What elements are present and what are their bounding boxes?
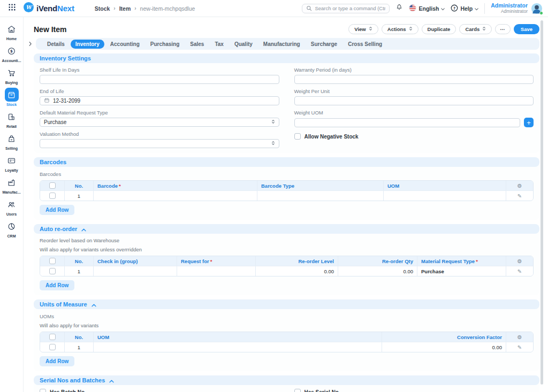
header-cell-material-request-type: Material Request Type* <box>417 256 506 266</box>
brand-logo-icon: W <box>24 2 34 14</box>
sidebar-item-buying[interactable]: Buying <box>0 66 24 84</box>
select-all-checkbox[interactable] <box>49 182 56 189</box>
row-edit-icon[interactable]: ✎ <box>517 344 522 350</box>
header-cell-reorder-qty: Re-order Qty <box>338 256 417 266</box>
row-checkbox[interactable] <box>49 268 56 274</box>
tab-purchasing[interactable]: Purchasing <box>146 40 184 49</box>
shelf-life-input[interactable] <box>40 75 279 84</box>
add-weight-uom-button[interactable]: + <box>524 118 534 127</box>
more-menu-button[interactable]: ⋯ <box>495 24 511 34</box>
app-grid-button[interactable] <box>0 3 24 13</box>
allow-negative-stock-checkbox[interactable]: Allow Negative Stock <box>294 133 534 140</box>
barcodes-field-label: Barcodes <box>40 171 534 177</box>
chevron-down-icon <box>441 5 445 12</box>
row-edit-icon[interactable]: ✎ <box>517 193 522 199</box>
header-cell-no: No. <box>65 332 94 342</box>
weight-per-unit-input[interactable] <box>294 96 534 105</box>
table-settings-gear-icon[interactable]: ⚙ <box>517 258 522 264</box>
default-material-request-type-select[interactable]: Purchase <box>40 118 279 127</box>
row-edit-icon[interactable]: ✎ <box>517 268 522 274</box>
tab-manufacturing[interactable]: Manufacturing <box>258 40 305 49</box>
warranty-period-label: Warranty Period (in days) <box>294 67 534 73</box>
select-all-checkbox[interactable] <box>49 258 56 264</box>
cell-barcode[interactable] <box>94 191 257 201</box>
header-cell-barcode: Barcode* <box>94 181 257 190</box>
section-serial-nos-batches: Serial Nos and Batches Has Batch No <box>34 375 539 392</box>
language-selector[interactable]: English <box>409 4 445 13</box>
has-serial-no-checkbox[interactable]: Has Serial No <box>294 389 534 392</box>
section-header-serial-nos-batches[interactable]: Serial Nos and Batches <box>34 375 539 385</box>
has-batch-no-checkbox[interactable]: Has Batch No <box>40 389 279 392</box>
breadcrumb-item-stock[interactable]: Stock <box>95 5 110 12</box>
section-units-of-measure: Units of Measure UOMs Will also apply fo… <box>34 299 539 371</box>
cell-uom[interactable] <box>384 191 506 201</box>
help-menu[interactable]: ? Help <box>451 4 478 13</box>
sidebar-item-crm[interactable]: CRM <box>0 219 24 238</box>
table-settings-gear-icon[interactable]: ⚙ <box>517 183 522 189</box>
search-input[interactable] <box>315 5 385 11</box>
tab-quality[interactable]: Quality <box>230 40 257 49</box>
table-settings-gear-icon[interactable]: ⚙ <box>517 334 522 340</box>
vertical-scrollbar[interactable] <box>541 20 543 385</box>
cell-reorder-qty[interactable]: 0.00 <box>338 266 417 276</box>
tab-sales[interactable]: Sales <box>185 40 209 49</box>
row-checkbox[interactable] <box>49 193 56 199</box>
sidebar-item-stock[interactable]: Stock <box>0 88 24 106</box>
uoms-add-row-button[interactable]: Add Row <box>40 356 74 366</box>
auto-reorder-table: No. Check in (group) Request for* Re-ord… <box>40 256 534 276</box>
section-header-units-of-measure[interactable]: Units of Measure <box>34 299 539 309</box>
header-cell-reorder-level: Re-order Level <box>256 256 338 266</box>
actions-button[interactable]: Actions <box>382 24 418 34</box>
buying-cart-icon <box>5 66 19 80</box>
sidebar-item-loyalty[interactable]: Loyalty <box>0 153 24 172</box>
main-content: New Item View Actions Duplicate Cards <box>24 17 548 392</box>
auto-reorder-add-row-button[interactable]: Add Row <box>40 280 74 290</box>
tab-details[interactable]: Details <box>42 40 70 49</box>
cell-barcode-type[interactable] <box>257 191 384 201</box>
header-cell-uom: UOM <box>384 181 506 190</box>
crm-pie-icon <box>5 219 19 233</box>
cell-request-for[interactable] <box>177 266 256 276</box>
end-of-life-date-input[interactable]: 12-31-2099 <box>40 96 279 105</box>
user-menu[interactable]: Administrator Administrator <box>491 3 543 14</box>
weight-uom-input[interactable] <box>294 118 521 127</box>
global-search[interactable] <box>302 4 390 13</box>
section-header-auto-reorder[interactable]: Auto re-order <box>34 224 539 234</box>
page-title: New Item <box>34 25 66 34</box>
online-status-dot <box>539 11 543 15</box>
sidebar-item-accounting[interactable]: $ Accounti... <box>0 44 24 63</box>
header-cell-request-for: Request for* <box>177 256 256 266</box>
notifications-bell-icon[interactable] <box>395 3 403 13</box>
loyalty-card-icon <box>5 153 19 167</box>
duplicate-button[interactable]: Duplicate <box>422 24 456 34</box>
cell-check-in-group[interactable] <box>94 266 177 276</box>
tab-tax[interactable]: Tax <box>210 40 229 49</box>
valuation-method-select[interactable] <box>40 139 279 148</box>
breadcrumb-item-current: new-item-mchpqsdlue <box>140 5 195 12</box>
cell-conversion-factor[interactable]: 0.00 <box>382 342 506 352</box>
cards-button[interactable]: Cards <box>459 24 492 34</box>
sidebar-item-home[interactable]: Home <box>0 22 24 41</box>
brand-logo[interactable]: W iVendNext <box>24 2 74 14</box>
view-button[interactable]: View <box>348 24 378 34</box>
warranty-period-input[interactable] <box>294 75 534 84</box>
breadcrumb-item-item[interactable]: Item <box>119 5 131 12</box>
cell-material-request-type[interactable]: Purchase <box>417 266 506 276</box>
cell-uom[interactable] <box>94 342 382 352</box>
sidebar-item-manufacturing[interactable]: Manufac... <box>0 175 24 194</box>
tab-cross-selling[interactable]: Cross Selling <box>343 40 387 49</box>
avatar[interactable] <box>531 3 543 14</box>
tab-accounting[interactable]: Accounting <box>105 40 144 49</box>
tab-inventory[interactable]: Inventory <box>71 40 104 49</box>
sidebar-expand-chevron[interactable] <box>27 39 34 49</box>
cell-reorder-level[interactable]: 0.00 <box>256 266 338 276</box>
cell-row-no: 1 <box>65 191 94 201</box>
tab-surcharge[interactable]: Surcharge <box>306 40 342 49</box>
sidebar-item-selling[interactable]: Selling <box>0 132 24 150</box>
sidebar-item-users[interactable]: Users <box>0 197 24 216</box>
row-checkbox[interactable] <box>49 344 56 350</box>
save-button[interactable]: Save <box>514 24 539 34</box>
select-all-checkbox[interactable] <box>49 334 56 340</box>
sidebar-item-retail[interactable]: Retail <box>0 110 24 128</box>
barcodes-add-row-button[interactable]: Add Row <box>40 205 74 215</box>
